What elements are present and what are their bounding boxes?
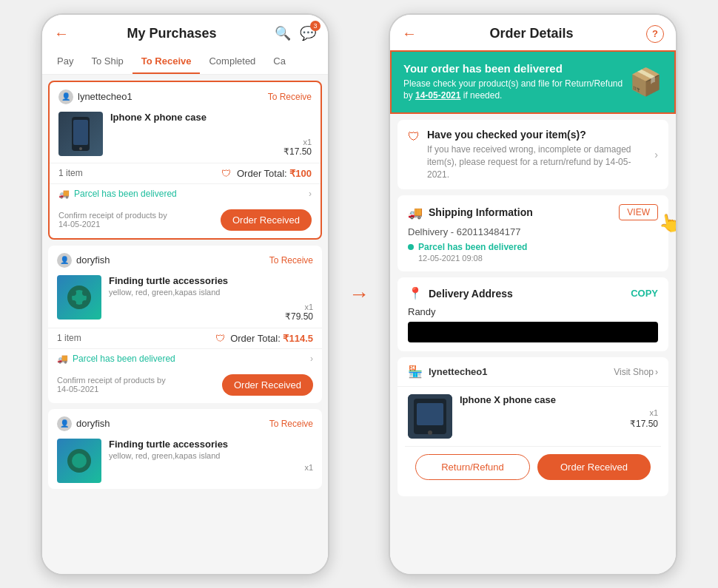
shop-product-card: 🏪 lynettecheo1 Visit Shop ›	[397, 357, 668, 496]
seller-avatar-3: 👤	[57, 416, 72, 431]
shop-name-row: 🏪 lynettecheo1	[408, 365, 487, 379]
right-back-icon[interactable]: ←	[402, 25, 417, 42]
turtle-img	[57, 275, 101, 320]
shipping-info-label: Shipping Information	[429, 206, 533, 218]
location-icon: 📍	[408, 286, 423, 300]
shipping-title-row: 🚚 Shipping Information VIEW 👆	[408, 204, 658, 220]
svg-point-10	[72, 453, 87, 468]
svg-point-8	[82, 290, 88, 296]
shop-header: 🏪 lynettecheo1 Visit Shop ›	[397, 357, 668, 387]
product-image-1	[58, 112, 103, 156]
svg-rect-1	[73, 120, 88, 145]
check-items-card[interactable]: 🛡 Have you checked your item(s)? If you …	[397, 120, 668, 189]
product-details-3: Finding turtle accessories yellow, red, …	[109, 439, 313, 472]
order-total-2: 🛡 Order Total: ₹114.5	[215, 333, 313, 344]
shop-name: lynettecheo1	[429, 366, 487, 377]
seller-name-1: lynettecheo1	[78, 91, 132, 102]
product-row-3: Finding turtle accessories yellow, red, …	[48, 436, 322, 489]
product-row-1: Iphone X phone case x1 ₹17.50	[50, 109, 321, 163]
seller-name-2: doryfish	[76, 254, 110, 266]
visit-shop-link[interactable]: Visit Shop ›	[614, 367, 658, 377]
truck-icon-1: 🚚	[58, 189, 70, 199]
parcel-delivered-status: Parcel has been delivered	[408, 242, 658, 252]
delivery-row-2[interactable]: 🚚 Parcel has been delivered ›	[48, 348, 322, 368]
shop-product-name: Iphone X phone case	[460, 394, 658, 405]
product-image-2	[57, 275, 101, 320]
delivery-address-card: 📍 Delivery Address COPY Randy	[397, 277, 668, 351]
svg-point-6	[82, 300, 88, 306]
chat-icon[interactable]: 💬 3	[300, 25, 316, 41]
delivery-address-label: Delivery Address	[429, 288, 513, 300]
shield-icon-1: 🛡	[221, 168, 231, 179]
tab-completed[interactable]: Completed	[200, 50, 264, 74]
shop-product-row: Iphone X phone case x1 ₹17.50	[397, 387, 668, 446]
view-tracking-button[interactable]: VIEW	[619, 204, 658, 220]
copy-button[interactable]: COPY	[631, 288, 658, 299]
order-summary-1: 1 item 🛡 Order Total: ₹100	[50, 163, 321, 183]
confirm-text-2: Confirm receipt of products by14-05-2021	[57, 376, 166, 393]
banner-subtitle: Please check your product(s) and file fo…	[403, 78, 629, 103]
product-name-2: Finding turtle accessories	[109, 275, 313, 286]
items-count-1: 1 item	[58, 168, 83, 178]
chevron-icon-2: ›	[310, 354, 313, 364]
cursor-hand-icon: 👆	[657, 212, 676, 236]
delivery-box-icon: 📦	[629, 67, 662, 98]
turtle-img-3	[57, 439, 101, 483]
shop-icon: 🏪	[408, 365, 423, 379]
order-header-1: 👤 lynettecheo1 To Receive	[50, 82, 321, 109]
banner-title: Your order has been delivered	[403, 62, 629, 75]
tab-to-receive[interactable]: To Receive	[132, 50, 201, 74]
back-icon[interactable]: ←	[54, 25, 69, 42]
seller-name-3: doryfish	[76, 418, 110, 429]
return-refund-button[interactable]: Return/Refund	[415, 454, 530, 480]
product-variant-3: yellow, red, green,kapas island	[109, 451, 313, 460]
order-received-btn-1[interactable]: Order Received	[221, 209, 312, 231]
order-received-button-right[interactable]: Order Received	[537, 454, 651, 480]
chevron-icon-1: ›	[309, 189, 312, 199]
product-qty-1: x1	[283, 138, 312, 146]
tab-pay[interactable]: Pay	[48, 50, 82, 74]
help-icon[interactable]: ?	[646, 25, 664, 43]
right-page-title: Order Details	[489, 26, 573, 41]
check-chevron-icon: ›	[654, 149, 658, 160]
confirm-text-1: Confirm receipt of products by14-05-2021	[58, 211, 167, 229]
order-card-1: 👤 lynettecheo1 To Receive	[48, 81, 322, 240]
banner-text: Your order has been delivered Please che…	[403, 62, 629, 103]
delivery-time: 12-05-2021 09:08	[408, 254, 658, 263]
tab-ca[interactable]: Ca	[264, 50, 295, 74]
seller-avatar-2: 👤	[57, 253, 72, 268]
items-count-2: 1 item	[57, 333, 81, 343]
product-price-1: ₹17.50	[283, 146, 312, 157]
truck-icon-2: 🚚	[57, 354, 68, 364]
confirm-row-2: Confirm receipt of products by14-05-2021…	[48, 368, 322, 403]
product-details-1: Iphone X phone case x1 ₹17.50	[110, 112, 312, 157]
delivery-row-1[interactable]: 🚚 Parcel has been delivered ›	[50, 183, 321, 203]
address-title-row: 📍 Delivery Address COPY	[408, 286, 658, 300]
shield-icon-2: 🛡	[215, 333, 225, 344]
product-image-3	[57, 439, 101, 483]
shop-product-qty: x1	[630, 408, 658, 417]
tabs-bar: Pay To Ship To Receive Completed Ca	[42, 50, 328, 75]
product-row-2: Finding turtle accessories yellow, red, …	[48, 272, 322, 328]
seller-info-2: 👤 doryfish	[57, 253, 110, 268]
order-received-btn-2[interactable]: Order Received	[222, 374, 313, 396]
order-card-2: 👤 doryfish To Receive	[48, 246, 322, 403]
seller-info-3: 👤 doryfish	[57, 416, 110, 431]
green-dot-icon	[408, 244, 414, 250]
shipping-info-card: 🚚 Shipping Information VIEW 👆 Delhivery …	[397, 195, 668, 271]
iphone-img	[58, 112, 103, 156]
order-summary-2: 1 item 🛡 Order Total: ₹114.5	[48, 328, 322, 348]
confirm-row-1: Confirm receipt of products by14-05-2021…	[50, 203, 321, 238]
action-buttons: Return/Refund Order Received	[405, 446, 661, 490]
tab-to-ship[interactable]: To Ship	[82, 50, 132, 74]
shop-product-price: ₹17.50	[630, 419, 658, 429]
product-qty-2: x1	[285, 303, 313, 311]
svg-rect-13	[417, 403, 443, 425]
order-total-1: 🛡 Order Total: ₹100	[221, 168, 312, 179]
left-header: ← My Purchases 🔍 💬 3	[42, 15, 328, 50]
orders-list: 👤 lynettecheo1 To Receive	[42, 75, 328, 574]
product-qty-3: x1	[304, 463, 313, 472]
svg-point-7	[70, 290, 76, 296]
delivery-status-2: 🚚 Parcel has been delivered	[57, 354, 175, 364]
search-icon[interactable]: 🔍	[275, 25, 291, 41]
